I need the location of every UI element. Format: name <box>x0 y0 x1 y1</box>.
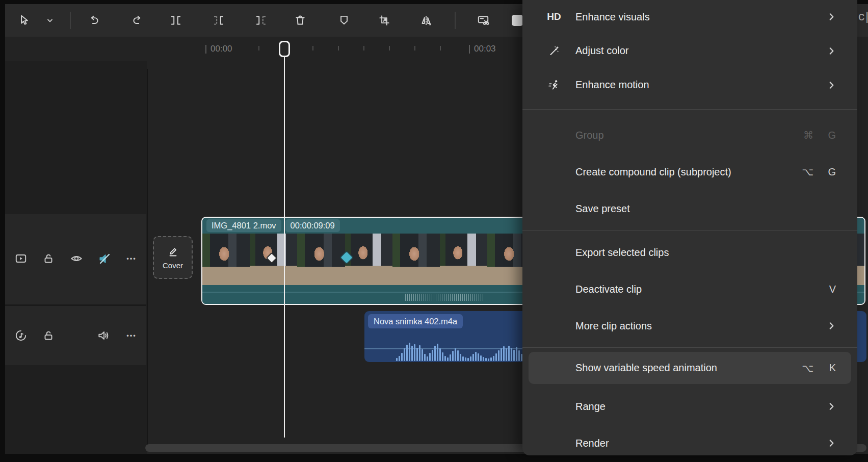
shortcut-modifier: ⌥ <box>801 166 813 178</box>
speaker-icon[interactable] <box>96 328 111 343</box>
menu-icon-spacer <box>543 358 565 378</box>
menu-item-label: Adjust color <box>575 45 629 57</box>
menu-item-enhance-visuals[interactable]: HDEnhance visuals <box>522 0 857 34</box>
split-keep-right-button-icon[interactable] <box>251 10 271 31</box>
video-clip-duration: 00:00:09:09 <box>285 219 340 232</box>
menu-item-label: Group <box>575 130 604 141</box>
menu-item-adjust-color[interactable]: Adjust color <box>522 34 857 68</box>
video-clip-name: IMG_4801 2.mov <box>206 219 281 232</box>
cover-label: Cover <box>163 261 183 270</box>
redo-button-icon[interactable] <box>127 10 148 31</box>
cover-button[interactable]: Cover <box>153 236 193 279</box>
mirror-button-icon[interactable] <box>416 10 436 31</box>
more-icon[interactable]: ••• <box>124 328 139 343</box>
mute-icon[interactable] <box>97 251 112 266</box>
menu-icon-spacer <box>543 279 565 299</box>
audio-track-icon[interactable] <box>13 328 29 343</box>
menu-icon-spacer <box>543 198 565 219</box>
split-keep-left-button-icon[interactable] <box>208 10 229 31</box>
video-thumbnail <box>297 234 345 287</box>
menu-item-label: Create compound clip (subproject) <box>575 166 731 178</box>
menu-item-render[interactable]: Render <box>522 425 857 455</box>
submenu-chevron-icon <box>827 321 836 330</box>
video-editor-screen: 00:00 00:03 ••• ••• Cover IMG_4801 2.mov… <box>0 0 868 462</box>
menu-item-right <box>827 46 836 56</box>
select-tool-icon[interactable] <box>14 10 34 31</box>
timeline-left-divider <box>147 69 148 450</box>
ruler-tick <box>389 46 390 50</box>
ruler-end-text: 00:03 <box>474 44 496 54</box>
menu-item-label: Save preset <box>575 203 630 215</box>
menu-item-right: V <box>827 284 836 295</box>
eye-icon[interactable] <box>69 251 84 266</box>
submenu-chevron-icon <box>827 439 836 448</box>
menu-divider <box>522 230 857 230</box>
delete-button-icon[interactable] <box>290 10 310 31</box>
menu-item-range[interactable]: Range <box>522 388 857 425</box>
crop-button-icon[interactable] <box>374 10 394 31</box>
menu-divider <box>522 347 857 348</box>
ruler-tick <box>414 46 415 50</box>
menu-item-enhance-motion[interactable]: Enhance motion <box>522 68 857 102</box>
menu-item-label: More clip actions <box>575 320 652 332</box>
menu-item-deactivate-clip[interactable]: Deactivate clipV <box>522 271 857 307</box>
submenu-chevron-icon <box>827 46 836 56</box>
video-thumbnail <box>392 234 440 287</box>
split-button-icon[interactable] <box>166 10 186 31</box>
ruler-tick <box>312 46 313 50</box>
menu-icon-spacer <box>543 242 565 263</box>
menu-item-right: ⌘G <box>801 129 836 141</box>
video-thumbnail <box>345 234 392 287</box>
marker-button-icon[interactable] <box>334 10 354 31</box>
menu-item-more-clip-actions[interactable]: More clip actions <box>522 307 857 344</box>
track-separator <box>5 304 146 306</box>
menu-divider <box>522 109 857 110</box>
ruler-major-tick <box>205 45 206 54</box>
more-icon[interactable]: ••• <box>124 251 139 266</box>
lock-open-icon[interactable] <box>41 251 56 266</box>
menu-icon-spacer <box>543 433 565 453</box>
menu-item-label: Enhance visuals <box>575 11 650 23</box>
ruler-tick <box>363 46 364 50</box>
playhead-handle[interactable] <box>279 41 290 57</box>
ruler-label-start: 00:00 <box>205 44 232 54</box>
white-swatch[interactable] <box>512 15 523 26</box>
menu-item-right: ⌥K <box>801 362 836 374</box>
menu-item-right <box>827 402 836 411</box>
submenu-chevron-icon <box>827 81 836 90</box>
wand-icon <box>543 41 565 61</box>
menu-item-label: Render <box>575 438 609 449</box>
menu-icon-spacer <box>543 162 565 182</box>
select-mode-dropdown-icon[interactable] <box>40 10 60 31</box>
menu-item-right <box>827 81 836 90</box>
menu-item-right <box>827 439 836 448</box>
clipped-toolbar-text: c| <box>858 9 868 23</box>
extract-frames-button-icon[interactable] <box>473 10 493 31</box>
ruler-tick <box>258 46 259 50</box>
toolbar-divider <box>70 12 71 29</box>
video-thumbnail <box>202 234 250 287</box>
menu-item-right <box>827 12 836 21</box>
main-track-icon[interactable] <box>13 251 29 266</box>
menu-item-create-compound-clip[interactable]: Create compound clip (subproject)⌥G <box>522 153 857 190</box>
ruler-label-end: 00:03 <box>469 44 496 54</box>
ruler-start-text: 00:00 <box>211 44 232 54</box>
hd-icon: HD <box>543 7 565 27</box>
undo-button-icon[interactable] <box>84 10 104 31</box>
menu-icon-spacer <box>543 316 565 336</box>
menu-item-right <box>827 321 836 330</box>
toolbar-divider <box>455 12 456 29</box>
menu-item-label: Enhance motion <box>575 79 649 91</box>
playhead-line <box>284 55 285 438</box>
menu-item-show-variable-speed-animation[interactable]: Show variable speed animation⌥K <box>529 352 851 384</box>
lock-open-icon[interactable] <box>41 328 56 343</box>
menu-item-right: ⌥G <box>801 166 836 178</box>
menu-item-save-preset[interactable]: Save preset <box>522 190 857 227</box>
ruler-tick <box>338 46 339 50</box>
menu-item-export-selected-clips[interactable]: Export selected clips <box>522 234 857 271</box>
video-thumbnail <box>440 234 487 287</box>
shortcut-key: K <box>827 362 836 374</box>
shortcut-key: G <box>827 130 836 141</box>
menu-item-label: Range <box>575 401 606 413</box>
context-menu: HDEnhance visualsAdjust colorEnhance mot… <box>522 0 857 455</box>
